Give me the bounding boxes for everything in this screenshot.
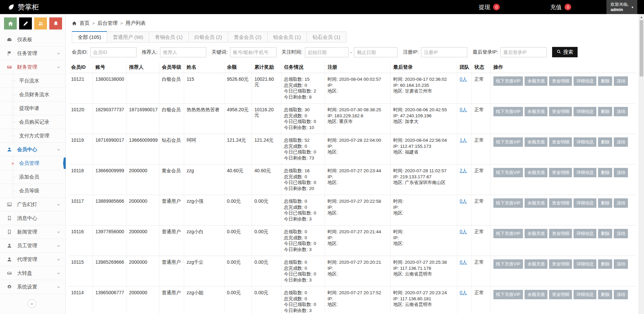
detail-info-button[interactable]: 详细信息 xyxy=(574,198,596,208)
sidebar-item-ad-slides[interactable]: 广告幻灯 xyxy=(0,198,65,211)
balance-recharge-button[interactable]: 余额充值 xyxy=(525,198,547,208)
tab-all[interactable]: 全部 (105) xyxy=(72,31,107,43)
scrollbar-thumb[interactable] xyxy=(640,20,643,76)
offline-recharge-vip-button[interactable]: 线下充值VIP xyxy=(493,76,523,86)
detail-info-button[interactable]: 详细信息 xyxy=(574,76,596,86)
freeze-button[interactable]: 冻结 xyxy=(614,229,628,238)
last-login-ip-input[interactable] xyxy=(500,47,547,57)
delete-button[interactable]: 删除 xyxy=(598,107,612,116)
offline-recharge-vip-button[interactable]: 线下充值VIP xyxy=(493,107,523,116)
fund-details-button[interactable]: 资金明细 xyxy=(549,259,572,269)
delete-button[interactable]: 删除 xyxy=(598,137,612,147)
search-button[interactable]: 搜索 xyxy=(552,47,578,57)
balance-recharge-button[interactable]: 余额充值 xyxy=(525,137,547,147)
fund-details-button[interactable]: 资金明细 xyxy=(549,137,572,147)
sidebar-item-agent-management[interactable]: 代理管理 xyxy=(0,253,65,266)
sidebar-item-member-center[interactable]: 会员中心 xyxy=(0,143,65,156)
sidebar-item-message-center[interactable]: 消息中心 xyxy=(0,211,65,225)
tab-platinum-member[interactable]: 铂金会员 (1) xyxy=(268,32,307,43)
balance-recharge-button[interactable]: 余额充值 xyxy=(525,290,547,299)
withdraw-action[interactable]: 提现 0 xyxy=(479,3,500,11)
offline-recharge-vip-button[interactable]: 线下充值VIP xyxy=(493,198,523,208)
team-count-link[interactable]: 0人 xyxy=(460,198,467,204)
freeze-button[interactable]: 冻结 xyxy=(614,259,628,269)
users-quick-button[interactable] xyxy=(34,17,47,29)
fund-details-button[interactable]: 资金明细 xyxy=(549,168,572,177)
fund-details-button[interactable]: 资金明细 xyxy=(549,229,572,238)
sidebar-subitem-add-member[interactable]: 添加会员 xyxy=(0,170,65,184)
delete-button[interactable]: 删除 xyxy=(598,168,612,177)
offline-recharge-vip-button[interactable]: 线下充值VIP xyxy=(493,290,523,299)
sidebar-item-finance-management[interactable]: 财务管理 xyxy=(0,60,65,74)
fund-details-button[interactable]: 资金明细 xyxy=(549,290,572,299)
balance-recharge-button[interactable]: 余额充值 xyxy=(525,76,547,86)
team-count-link[interactable]: 0人 xyxy=(460,290,467,295)
detail-info-button[interactable]: 详细信息 xyxy=(574,259,596,269)
team-count-link[interactable]: 0人 xyxy=(460,259,467,265)
fund-details-button[interactable]: 资金明细 xyxy=(549,107,572,116)
tab-bronze-member[interactable]: 青铜会员 (1) xyxy=(149,32,189,43)
detail-info-button[interactable]: 详细信息 xyxy=(574,107,596,116)
sidebar-item-dashboard[interactable]: 仪表板 xyxy=(0,33,65,47)
referrer-input[interactable] xyxy=(160,47,206,57)
scrollbar-up-arrow[interactable]: ▲ xyxy=(639,14,644,20)
tab-gold-member[interactable]: 黄金会员 (2) xyxy=(228,32,268,43)
tab-silver-member[interactable]: 白银会员 (2) xyxy=(189,32,228,43)
freeze-button[interactable]: 冻结 xyxy=(614,198,628,208)
keyword-input[interactable] xyxy=(230,47,276,57)
delete-button[interactable]: 删除 xyxy=(598,290,612,299)
delete-button[interactable]: 删除 xyxy=(598,76,612,86)
recharge-action[interactable]: 充值 0 xyxy=(550,3,571,11)
balance-recharge-button[interactable]: 余额充值 xyxy=(525,229,547,238)
fund-details-button[interactable]: 资金明细 xyxy=(549,76,572,86)
sidebar-subitem-platform-flow[interactable]: 平台流水 xyxy=(0,74,65,88)
freeze-button[interactable]: 冻结 xyxy=(614,168,628,177)
sidebar-subitem-member-level[interactable]: 会员等级 xyxy=(0,184,65,198)
delete-button[interactable]: 删除 xyxy=(598,198,612,208)
register-ip-input[interactable] xyxy=(421,47,467,57)
sidebar-item-staff-management[interactable]: 员工管理 xyxy=(0,239,65,253)
offline-recharge-vip-button[interactable]: 线下充值VIP xyxy=(493,259,523,269)
sidebar-subitem-member-finance-flow[interactable]: 会员财务流水 xyxy=(0,88,65,102)
freeze-button[interactable]: 冻结 xyxy=(614,107,628,116)
sidebar-item-big-wheel[interactable]: 大转盘 xyxy=(0,266,65,280)
breadcrumb-home[interactable]: 首页 xyxy=(79,20,90,26)
detail-info-button[interactable]: 详细信息 xyxy=(574,229,596,238)
follow-time-start-input[interactable] xyxy=(305,47,348,57)
follow-time-end-input[interactable] xyxy=(354,47,397,57)
delete-button[interactable]: 删除 xyxy=(598,259,612,269)
breadcrumb-admin[interactable]: 后台管理 xyxy=(98,20,118,26)
sidebar-subitem-member-purchase-records[interactable]: 会员购买记录 xyxy=(0,115,65,129)
balance-recharge-button[interactable]: 余额充值 xyxy=(525,107,547,116)
detail-info-button[interactable]: 详细信息 xyxy=(574,290,596,299)
sidebar-item-news-management[interactable]: 新闻管理 xyxy=(0,225,65,239)
team-count-link[interactable]: 0人 xyxy=(460,107,467,112)
team-count-link[interactable]: 0人 xyxy=(460,76,467,82)
freeze-button[interactable]: 冻结 xyxy=(614,137,628,147)
offline-recharge-vip-button[interactable]: 线下充值VIP xyxy=(493,137,523,147)
sidebar-item-task-management[interactable]: 任务管理 xyxy=(0,47,65,60)
balance-recharge-button[interactable]: 余额充值 xyxy=(525,168,547,177)
delete-button[interactable]: 删除 xyxy=(598,229,612,238)
home-quick-button[interactable] xyxy=(4,17,17,29)
vertical-scrollbar[interactable]: ▲ xyxy=(639,14,644,314)
team-count-link[interactable]: 2人 xyxy=(460,168,467,173)
pencil-quick-button[interactable] xyxy=(19,17,32,29)
detail-info-button[interactable]: 详细信息 xyxy=(574,137,596,147)
team-count-link[interactable]: 0人 xyxy=(460,229,467,234)
freeze-button[interactable]: 冻结 xyxy=(614,290,628,299)
sidebar-subitem-member-management[interactable]: »会员管理 xyxy=(0,156,65,170)
sidebar-subitem-withdraw-apply[interactable]: 提现申请 xyxy=(0,102,65,115)
bell-quick-button[interactable] xyxy=(49,17,62,29)
sidebar-item-system-settings[interactable]: 系统设置 xyxy=(0,280,65,294)
sidebar-subitem-payment-method-management[interactable]: 支付方式管理 xyxy=(0,129,65,143)
user-menu[interactable]: 欢迎光临, admin ▾ xyxy=(606,0,637,14)
sidebar-collapse-button[interactable]: « xyxy=(28,299,36,308)
tab-diamond-member[interactable]: 钻石会员 (1) xyxy=(307,32,346,43)
member-id-input[interactable] xyxy=(90,47,137,57)
detail-info-button[interactable]: 详细信息 xyxy=(574,168,596,177)
balance-recharge-button[interactable]: 余额充值 xyxy=(525,259,547,269)
freeze-button[interactable]: 冻结 xyxy=(614,76,628,86)
team-count-link[interactable]: 1人 xyxy=(460,137,467,143)
offline-recharge-vip-button[interactable]: 线下充值VIP xyxy=(493,168,523,177)
